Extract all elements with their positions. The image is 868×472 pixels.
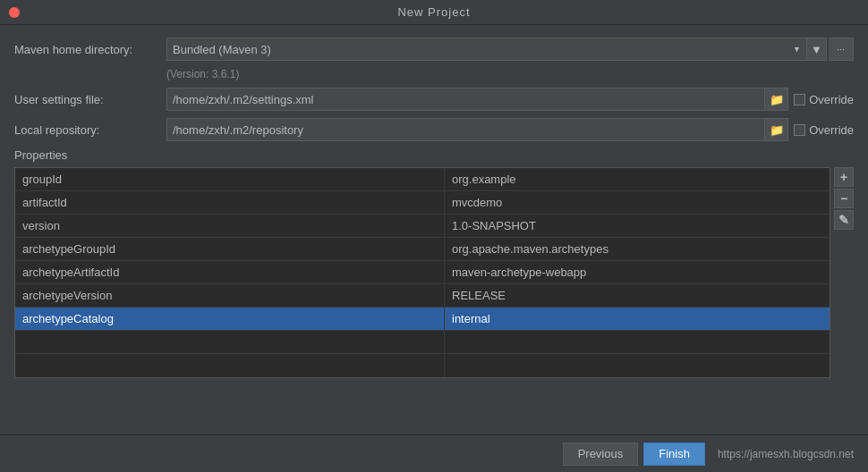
table-row[interactable]: version1.0-SNAPSHOT [15,215,830,238]
user-settings-label: User settings file: [14,93,166,106]
maven-home-input-wrap: Bundled (Maven 3) ▼ ▼ ··· [166,38,854,61]
user-settings-input-wrap: /home/zxh/.m2/settings.xml 📁 [166,88,788,111]
maven-home-row: Maven home directory: Bundled (Maven 3) … [14,38,854,61]
property-value: 1.0-SNAPSHOT [445,215,830,237]
title-bar: New Project [0,0,868,25]
folder-icon: 📁 [770,93,784,106]
property-key: archetypeVersion [15,284,445,307]
local-repo-row: Local repository: /home/zxh/.m2/reposito… [14,118,854,141]
chevron-down-icon: ▼ [793,45,801,54]
add-property-button[interactable]: + [834,167,854,187]
watermark-text: https://jamesxh.blogcsdn.net [718,448,854,460]
table-row-empty [15,331,830,354]
folder-icon: 📁 [770,123,784,137]
table-row[interactable]: archetypeArtifactIdmaven-archetype-webap… [15,261,830,284]
property-key: version [15,215,445,237]
table-buttons: + − ✎ [834,167,854,230]
remove-property-button[interactable]: − [834,189,854,208]
table-row[interactable]: archetypeGroupIdorg.apache.maven.archety… [15,238,830,261]
chevron-down-icon: ▼ [811,43,822,56]
maven-version-row: (Version: 3.6.1) [166,68,854,80]
finish-button[interactable]: Finish [643,442,705,466]
property-key: archetypeArtifactId [15,261,445,283]
local-repo-input[interactable]: /home/zxh/.m2/repository [166,118,765,141]
property-value: internal [445,308,830,330]
property-value: maven-archetype-webapp [445,261,830,283]
table-row[interactable]: artifactIdmvcdemo [15,191,830,215]
property-value: org.example [445,168,830,190]
close-button[interactable] [9,7,20,18]
local-repo-override-checkbox[interactable] [794,124,805,136]
property-value: mvcdemo [445,191,830,214]
local-repo-label: Local repository: [14,123,166,137]
user-settings-override-label: Override [809,93,854,106]
user-settings-input[interactable]: /home/zxh/.m2/settings.xml [166,88,765,111]
user-settings-override-wrap: Override [794,93,854,106]
user-settings-override-checkbox[interactable] [794,94,805,105]
maven-browse-button[interactable]: ··· [829,38,854,61]
properties-title: Properties [14,148,854,162]
maven-home-dropdown[interactable]: Bundled (Maven 3) ▼ [166,38,807,61]
user-settings-browse-button[interactable]: 📁 [765,88,788,111]
table-row[interactable]: archetypeCataloginternal [15,308,830,331]
properties-table: groupIdorg.exampleartifactIdmvcdemoversi… [14,167,830,378]
bottom-bar: Previous Finish https://jamesxh.blogcsdn… [0,434,868,472]
property-key: archetypeCatalog [15,308,445,330]
edit-property-button[interactable]: ✎ [834,210,854,230]
property-key: archetypeGroupId [15,238,445,260]
window-title: New Project [397,5,470,19]
ellipsis-icon: ··· [837,44,845,55]
property-value: RELEASE [445,284,830,307]
maven-home-label: Maven home directory: [14,43,166,56]
previous-button[interactable]: Previous [563,442,639,466]
property-key: artifactId [15,191,445,214]
property-key: groupId [15,168,445,190]
properties-table-wrap: groupIdorg.exampleartifactIdmvcdemoversi… [14,167,854,378]
dialog-body: Maven home directory: Bundled (Maven 3) … [0,25,868,385]
table-row[interactable]: groupIdorg.example [15,168,830,191]
table-row-empty [15,354,830,377]
maven-dropdown-button[interactable]: ▼ [807,38,827,61]
local-repo-browse-button[interactable]: 📁 [765,118,788,141]
local-repo-override-label: Override [809,123,854,137]
table-row[interactable]: archetypeVersionRELEASE [15,284,830,308]
properties-section: Properties groupIdorg.exampleartifactIdm… [14,148,854,378]
local-repo-input-wrap: /home/zxh/.m2/repository 📁 [166,118,788,141]
user-settings-row: User settings file: /home/zxh/.m2/settin… [14,88,854,111]
property-value: org.apache.maven.archetypes [445,238,830,260]
local-repo-override-wrap: Override [794,123,854,137]
